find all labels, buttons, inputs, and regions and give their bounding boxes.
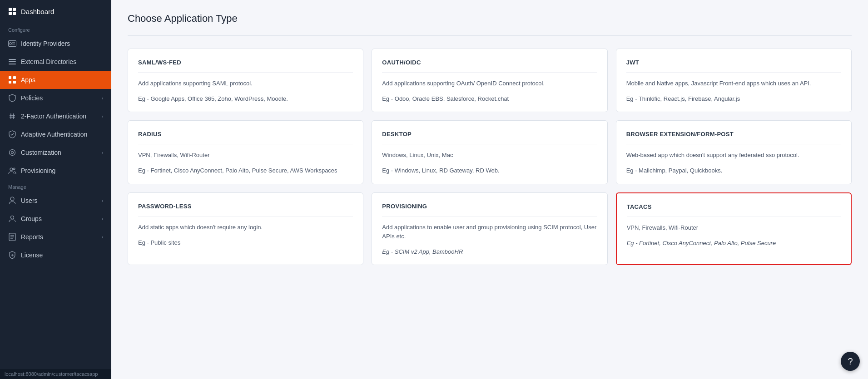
app-card-radius[interactable]: RADIUSVPN, Firewalls, Wifi-RouterEg - Fo… xyxy=(128,120,363,184)
app-card-example-oauth: Eg - Odoo, Oracle EBS, Salesforce, Rocke… xyxy=(382,94,597,103)
sidebar-item-groups[interactable]: Groups › xyxy=(0,210,111,228)
sidebar-item-2fa-label: 2-Factor Authentication xyxy=(21,113,86,120)
sidebar-item-groups-label: Groups xyxy=(21,215,42,222)
svg-rect-12 xyxy=(13,76,16,79)
app-card-desc-jwt: Mobile and Native apps, Javascript Front… xyxy=(626,79,841,88)
check-shield-icon xyxy=(8,130,16,138)
help-button[interactable]: ? xyxy=(841,352,860,371)
page-title: Choose Application Type xyxy=(128,13,852,25)
configure-section-label: Configure xyxy=(0,23,111,34)
dashboard-label: Dashboard xyxy=(21,8,54,15)
brush-icon xyxy=(8,148,16,157)
svg-rect-11 xyxy=(9,76,11,79)
sidebar-item-reports[interactable]: Reports › xyxy=(0,228,111,246)
reports-chevron: › xyxy=(102,235,103,240)
app-card-desc-password-less: Add static apps which doesn't require an… xyxy=(138,223,353,232)
hash-icon xyxy=(8,112,16,120)
svg-point-23 xyxy=(10,197,14,201)
sidebar-item-identity-providers-label: Identity Providers xyxy=(21,40,70,47)
app-card-saml[interactable]: SAML/WS-FEDAdd applications supporting S… xyxy=(128,49,363,112)
sidebar-item-provisioning[interactable]: Provisioning xyxy=(0,162,111,180)
app-card-title-password-less: PASSWORD-LESS xyxy=(138,203,353,217)
svg-rect-2 xyxy=(9,12,12,15)
svg-point-20 xyxy=(11,152,14,154)
sidebar-item-policies[interactable]: Policies › xyxy=(0,89,111,107)
svg-rect-9 xyxy=(9,61,16,62)
user-icon xyxy=(8,197,16,205)
svg-rect-8 xyxy=(9,59,16,60)
svg-rect-13 xyxy=(9,81,11,84)
group-icon xyxy=(8,215,16,223)
sidebar-item-external-directories[interactable]: External Directories xyxy=(0,53,111,71)
sidebar-item-2fa[interactable]: 2-Factor Authentication › xyxy=(0,107,111,125)
app-card-title-provisioning: PROVISIONING xyxy=(382,203,597,217)
manage-section-label: Manage xyxy=(0,180,111,192)
svg-rect-10 xyxy=(9,64,16,64)
sidebar-item-adaptive-auth-label: Adaptive Authentication xyxy=(21,131,87,138)
id-card-icon xyxy=(8,39,16,48)
app-card-title-oauth: OAUTH/OIDC xyxy=(382,59,597,73)
app-type-grid: SAML/WS-FEDAdd applications supporting S… xyxy=(128,49,852,265)
app-card-example-jwt: Eg - Thinkific, React.js, Firebase, Angu… xyxy=(626,94,841,103)
sidebar-item-customization[interactable]: Customization › xyxy=(0,143,111,162)
svg-point-22 xyxy=(13,168,15,170)
svg-rect-0 xyxy=(9,8,12,11)
app-card-oauth[interactable]: OAUTH/OIDCAdd applications supporting OA… xyxy=(372,49,607,112)
sidebar-item-adaptive-auth[interactable]: Adaptive Authentication xyxy=(0,125,111,143)
app-card-example-saml: Eg - Google Apps, Office 365, Zoho, Word… xyxy=(138,94,353,103)
app-card-title-desktop: DESKTOP xyxy=(382,131,597,144)
app-card-jwt[interactable]: JWTMobile and Native apps, Javascript Fr… xyxy=(616,49,852,112)
groups-chevron: › xyxy=(102,217,103,221)
svg-point-19 xyxy=(10,150,15,156)
svg-point-21 xyxy=(10,168,13,171)
app-card-title-tacacs: TACACS xyxy=(627,203,841,217)
sidebar-item-provisioning-label: Provisioning xyxy=(21,167,55,174)
report-icon xyxy=(8,233,16,241)
app-card-title-browser-ext: BROWSER EXTENSION/FORM-POST xyxy=(626,131,841,144)
app-card-desc-tacacs: VPN, Firewalls, Wifi-Router xyxy=(627,223,841,232)
svg-point-24 xyxy=(11,216,14,219)
app-card-desc-saml: Add applications supporting SAML protoco… xyxy=(138,79,353,88)
app-card-example-provisioning: Eg - SCIM v2 App, BambooHR xyxy=(382,247,597,256)
app-card-title-radius: RADIUS xyxy=(138,131,353,144)
svg-rect-3 xyxy=(13,12,16,15)
sidebar: Dashboard Configure Identity Providers E… xyxy=(0,0,111,379)
app-card-example-browser-ext: Eg - Mailchimp, Paypal, Quickbooks. xyxy=(626,166,841,175)
app-card-provisioning[interactable]: PROVISIONINGAdd applications to enable u… xyxy=(372,192,607,265)
list-icon xyxy=(8,58,16,66)
sidebar-item-users[interactable]: Users › xyxy=(0,192,111,210)
app-card-desc-oauth: Add applications supporting OAuth/ OpenI… xyxy=(382,79,597,88)
app-card-tacacs[interactable]: TACACSVPN, Firewalls, Wifi-RouterEg - Fo… xyxy=(616,192,852,265)
svg-point-5 xyxy=(10,43,12,45)
license-icon xyxy=(8,251,16,259)
app-card-example-desktop: Eg - Windows, Linux, RD Gateway, RD Web. xyxy=(382,166,597,175)
app-card-title-jwt: JWT xyxy=(626,59,841,73)
2fa-chevron: › xyxy=(102,114,103,119)
app-card-desktop[interactable]: DESKTOPWindows, Linux, Unix, MacEg - Win… xyxy=(372,120,607,184)
svg-rect-1 xyxy=(13,8,16,11)
sidebar-item-customization-label: Customization xyxy=(21,149,61,156)
sidebar-item-users-label: Users xyxy=(21,197,38,204)
app-card-desc-provisioning: Add applications to enable user and grou… xyxy=(382,223,597,241)
sidebar-item-reports-label: Reports xyxy=(21,233,43,241)
statusbar-text: localhost:8080/admin/customer/tacacsapp xyxy=(5,371,98,377)
title-divider xyxy=(128,35,852,36)
sidebar-item-license-label: License xyxy=(21,251,43,259)
apps-icon xyxy=(8,76,16,84)
customization-chevron: › xyxy=(102,150,103,155)
svg-rect-14 xyxy=(13,81,16,84)
app-card-example-tacacs: Eg - Fortinet, Cisco AnyConnect, Palo Al… xyxy=(627,239,841,248)
dashboard-item[interactable]: Dashboard xyxy=(0,0,111,23)
app-card-desc-browser-ext: Web-based app which doesn't support any … xyxy=(626,151,841,160)
app-card-browser-ext[interactable]: BROWSER EXTENSION/FORM-POSTWeb-based app… xyxy=(616,120,852,184)
sidebar-item-license[interactable]: License xyxy=(0,246,111,264)
sidebar-item-apps[interactable]: Apps xyxy=(0,71,111,89)
app-card-example-password-less: Eg - Public sites xyxy=(138,238,353,247)
shield-icon xyxy=(8,94,16,102)
app-card-password-less[interactable]: PASSWORD-LESSAdd static apps which doesn… xyxy=(128,192,363,265)
main-content: Choose Application Type SAML/WS-FEDAdd a… xyxy=(111,0,868,379)
svg-rect-4 xyxy=(9,41,16,47)
app-card-desc-desktop: Windows, Linux, Unix, Mac xyxy=(382,151,597,160)
sidebar-item-external-directories-label: External Directories xyxy=(21,58,76,65)
sidebar-item-identity-providers[interactable]: Identity Providers xyxy=(0,34,111,53)
